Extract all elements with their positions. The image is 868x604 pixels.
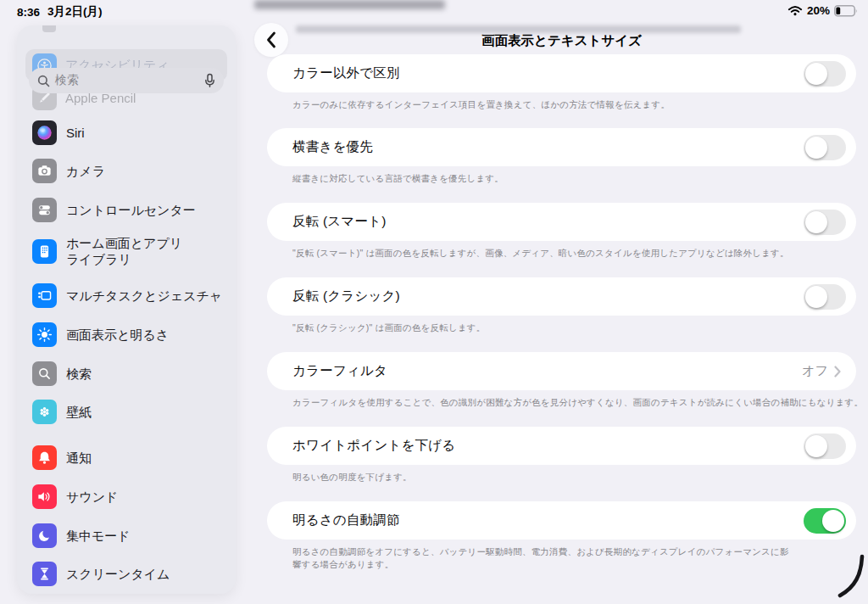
setting-title: 反転 (スマート) (292, 213, 804, 231)
sidebar-item-label: スクリーンタイム (66, 566, 170, 582)
sidebar-item-siri[interactable]: Siri (32, 120, 85, 145)
toggle-smart-invert[interactable] (804, 210, 846, 235)
sidebar-item-label: ホーム画面とアプリライブラリ (66, 235, 185, 267)
settings-sidebar: アクセシビリティ Apple Pencil 検索 (17, 25, 236, 594)
page-title: 画面表示とテキストサイズ (267, 32, 856, 50)
sidebar-item-multitasking[interactable]: マルチタスクとジェスチャ (32, 283, 222, 308)
toggle-prefer-horizontal-text[interactable] (804, 135, 846, 160)
toggle-knob (805, 286, 827, 308)
status-time: 8:36 (17, 6, 40, 19)
toggle-knob (805, 137, 827, 159)
toggle-knob (805, 211, 827, 233)
status-bar-left: 8:36 3月2日(月) (17, 4, 103, 20)
wallpaper-icon (32, 400, 57, 424)
status-date: 3月2日(月) (47, 4, 103, 20)
sidebar-item-label: Siri (66, 125, 85, 141)
sidebar-item-search[interactable]: 検索 (32, 361, 92, 386)
sidebar-item-label: 壁紙 (66, 404, 92, 420)
sidebar-item-wallpaper[interactable]: 壁紙 (32, 400, 92, 424)
sidebar-item-display-brightness[interactable]: 画面表示と明るさ (32, 322, 169, 347)
toggle-classic-invert[interactable] (804, 284, 846, 310)
setting-title: カラーフィルタ (292, 362, 802, 380)
setting-footer: 明るい色の明度を下げます。 (292, 471, 868, 484)
setting-footer: 縦書きに対応している言語で横書きを優先します。 (292, 172, 868, 185)
sidebar-item-label: マルチタスクとジェスチャ (66, 288, 222, 304)
setting-title: 明るさの自動調節 (292, 512, 804, 529)
sidebar-item-label: 通知 (66, 450, 92, 466)
search-placeholder: 検索 (55, 73, 199, 88)
scrolled-content-blur (254, 0, 445, 9)
sidebar-item-label: カメラ (66, 163, 105, 179)
search-icon (37, 75, 50, 87)
display-brightness-icon (32, 322, 57, 347)
multitasking-icon (32, 283, 57, 308)
sound-speaker-icon (32, 484, 57, 509)
pen-stroke-annotation (836, 551, 866, 599)
chevron-right-icon (834, 366, 841, 378)
toggle-knob (805, 63, 827, 85)
setting-footer: カラーフィルタを使用することで、色の識別が困難な方が色を見分けやすくなり、画面の… (292, 396, 868, 409)
sidebar-item-control-center[interactable]: コントロールセンター (32, 198, 196, 222)
search-app-icon (32, 361, 57, 386)
sidebar-item-camera[interactable]: カメラ (32, 159, 105, 183)
screen-time-hourglass-icon (32, 562, 57, 586)
control-center-icon (32, 198, 57, 222)
sidebar-item-label: 画面表示と明るさ (66, 327, 169, 343)
toggle-knob (822, 510, 844, 532)
setting-row-reduce-white-point: ホワイトポイントを下げる (267, 427, 856, 465)
sidebar-item-screen-time[interactable]: スクリーンタイム (32, 562, 170, 586)
sidebar-item-label: 集中モード (66, 528, 131, 544)
setting-row-prefer-horizontal-text: 横書きを優先 (267, 128, 856, 166)
toggle-auto-brightness[interactable] (804, 508, 846, 534)
setting-footer: "反転 (クラシック)" は画面の色を反転します。 (292, 322, 868, 334)
setting-title: 反転 (クラシック) (292, 288, 804, 305)
sidebar-item-sound[interactable]: サウンド (32, 484, 118, 509)
notifications-bell-icon (32, 445, 57, 470)
setting-footer: "反転 (スマート)" は画面の色を反転しますが、画像、メディア、暗い色のスタイ… (292, 247, 868, 260)
camera-icon (32, 159, 57, 183)
setting-value: オフ (802, 363, 828, 379)
battery-icon (834, 5, 858, 17)
setting-footer: カラーのみに依存するインターフェイス項目を置き換えて、ほかの方法で情報を伝えます… (292, 98, 868, 111)
setting-title: 横書きを優先 (292, 138, 804, 156)
setting-footer: 明るさの自動調節をオフにすると、バッテリー駆動時間、電力消費、および長期的なディ… (292, 545, 797, 571)
siri-icon (32, 120, 57, 145)
setting-title: ホワイトポイントを下げる (292, 437, 804, 455)
dictation-mic-icon[interactable] (204, 73, 215, 88)
sidebar-item-label: コントロールセンター (66, 202, 196, 218)
toggle-reduce-white-point[interactable] (804, 433, 846, 459)
setting-row-color-filters[interactable]: カラーフィルタ オフ (267, 352, 856, 390)
setting-row-classic-invert: 反転 (クラシック) (267, 277, 856, 316)
sidebar-item-focus[interactable]: 集中モード (32, 523, 131, 548)
sidebar-search-field[interactable]: 検索 (29, 68, 224, 93)
toggle-differentiate-without-color[interactable] (804, 61, 846, 87)
sidebar-item-home-screen[interactable]: ホーム画面とアプリライブラリ (32, 235, 185, 267)
status-bar-right: 20% (787, 4, 858, 17)
scrolled-item-fragment (42, 25, 56, 32)
toggle-knob (805, 435, 827, 457)
sidebar-item-notifications[interactable]: 通知 (32, 445, 92, 470)
wifi-icon (787, 5, 803, 16)
setting-title: カラー以外で区別 (292, 64, 804, 82)
sidebar-item-label: 検索 (66, 366, 92, 382)
setting-row-differentiate-without-color: カラー以外で区別 (267, 54, 856, 92)
setting-row-smart-invert: 反転 (スマート) (267, 203, 856, 241)
focus-moon-icon (32, 523, 57, 548)
sidebar-item-label: サウンド (66, 489, 118, 505)
battery-percent: 20% (807, 4, 830, 17)
setting-row-auto-brightness: 明るさの自動調節 (267, 501, 856, 540)
home-screen-icon (32, 239, 57, 264)
